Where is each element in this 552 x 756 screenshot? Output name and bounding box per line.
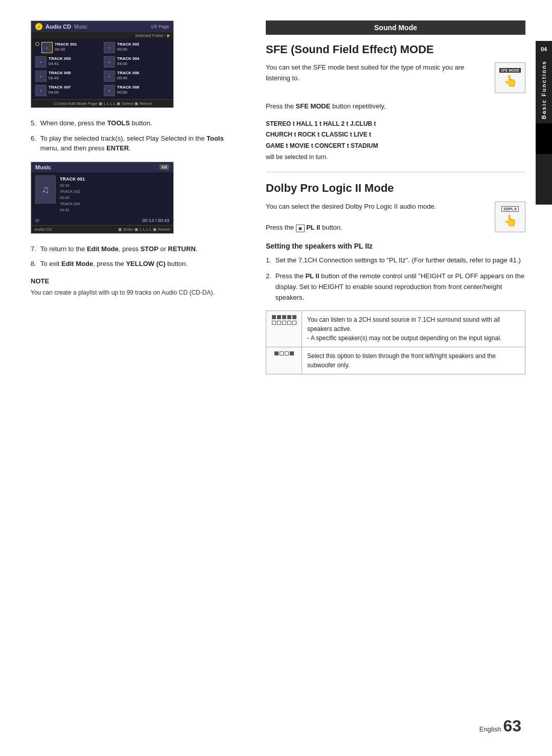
instruction-number: 7.: [31, 244, 36, 254]
sfe-section-body: You can set the SFE mode best suited for…: [266, 62, 525, 93]
track-thumbnail: ▪: [104, 42, 115, 53]
screen2-track-main: TRACK 001: [60, 175, 85, 183]
dolby-press-text: Press the ▣ PL II button.: [266, 223, 488, 234]
screen2-body: ♫ TRACK 001 00:43 TRACK 002 00:00 TRACK …: [31, 172, 173, 216]
table-row: Select this option to listen through the…: [266, 347, 525, 374]
list-item: ▪ TRACK 005 00:43: [34, 70, 102, 83]
track-thumbnail: ▪: [35, 85, 47, 96]
title-area: ♪ Audio CD Music: [35, 23, 87, 30]
track-thumbnail: ▪: [104, 71, 115, 82]
main-content: ♪ Audio CD Music 1/5 Page Selected Folde…: [0, 0, 536, 756]
hand-icon: 👆: [503, 75, 517, 88]
note-section: NOTE You can create a playlist with up t…: [31, 277, 240, 297]
instruction-list-2: 7. To return to the Edit Mode, press STO…: [31, 244, 240, 269]
track-info: TRACK 005 00:43: [49, 71, 71, 81]
screen-header: ♪ Audio CD Music 1/5 Page: [31, 21, 173, 32]
list-item: ▪ TRACK 003 04:41: [34, 55, 102, 69]
speaker-icon-cell: [266, 310, 302, 347]
speaker-box: [277, 315, 281, 319]
track-info: TRACK 004 04:00: [117, 56, 140, 67]
screen2-badge: 1/2: [159, 164, 169, 170]
sfe-mode-button-img: SFE MODE 👆: [495, 62, 525, 93]
speaker-box-outline: [272, 321, 276, 325]
sfe-mode-bold: SFE MODE: [296, 102, 331, 110]
left-column: ♪ Audio CD Music 1/5 Page Selected Folde…: [31, 20, 256, 736]
list-item: 2. Press the PL II button of the remote …: [266, 271, 525, 303]
instruction-text: To exit Edit Mode, press the YELLOW (C) …: [40, 259, 240, 269]
sfe-mode-label: SFE MODE: [499, 68, 521, 73]
sfe-section-title: SFE (Sound Field Effect) MODE: [266, 43, 525, 56]
note-text: You can create a playlist with up to 99 …: [31, 288, 240, 297]
speaker-box-outline: [280, 351, 284, 355]
track-thumbnail: ▪: [41, 42, 53, 53]
instruction-item: 8. To exit Edit Mode, press the YELLOW (…: [31, 259, 240, 269]
time-display: 00:13 / 00:43: [142, 218, 169, 223]
hand-icon-dolby: 👆: [503, 214, 517, 228]
list-item: ▪ TRACK 002 00:00: [103, 41, 170, 54]
instruction-number: 6.: [31, 134, 36, 153]
chapter-number: 04: [541, 46, 547, 52]
all-speakers-icon: [271, 315, 296, 325]
track-info: TRACK 003 04:41: [49, 56, 71, 67]
dolby-button-label: DDPL II: [501, 206, 519, 212]
instruction-item: 7. To return to the Edit Mode, press STO…: [31, 244, 240, 254]
list-item: ▪ TRACK 008 00:00: [103, 84, 170, 97]
list-item: ▪ TRACK 007 04:00: [34, 84, 102, 97]
track-info: TRACK 007 04:00: [49, 85, 71, 96]
track-grid: ▪ TRACK 001 00:43 ▪: [34, 41, 170, 97]
screen2-track-sub: 00:00: [60, 195, 85, 201]
speaker-box-outline: [285, 351, 289, 355]
track-thumbnail: ▪: [35, 71, 47, 82]
page-footer: English 63: [479, 717, 521, 736]
music-screen: Music 1/2 ♫ TRACK 001 00:43 TRACK 002 00…: [31, 162, 174, 234]
list-item: 1. Set the 7.1CH Connection settings to …: [266, 255, 525, 266]
instruction-number: 2.: [266, 271, 271, 303]
dolby-body-text: You can select the desired Dolby Pro Log…: [266, 202, 488, 212]
press-sfe-text: Press the SFE MODE button repetitively,: [266, 101, 525, 112]
table-cell-text: Select this option to listen through the…: [302, 347, 525, 374]
sidebar-tab: 04 Basic Functions: [536, 41, 552, 205]
mode-seq-line2: CHURCH t ROCK t CLASSIC t LIVE t: [266, 129, 525, 141]
audio-cd-screen: ♪ Audio CD Music 1/5 Page Selected Folde…: [31, 20, 174, 108]
instruction-number: 1.: [266, 255, 271, 266]
screen2-track-sub: TRACK 002: [60, 189, 85, 195]
speaker-box: [282, 315, 286, 319]
dolby-instructions: 1. Set the 7.1CH Connection settings to …: [266, 255, 525, 303]
screen2-track-sub: TRACK 003: [60, 201, 85, 207]
track-info: TRACK 006 00:40: [117, 71, 140, 81]
setting-speakers-subheading: Setting the speakers with PL IIz: [266, 242, 525, 250]
speaker-row-top: [272, 315, 296, 319]
instruction-text: To return to the Edit Mode, press STOP o…: [40, 244, 240, 254]
speaker-box: [272, 315, 276, 319]
dolby-section-title: Dolby Pro Logic II Mode: [266, 182, 525, 195]
dolby-mode-label: ▣: [296, 225, 305, 232]
note-title: NOTE: [31, 277, 240, 285]
page-number: 63: [503, 717, 521, 736]
dolby-section-text: You can select the desired Dolby Pro Log…: [266, 202, 488, 234]
screen-footer: ◁ Close Edit Mode Page ▣ L L L L ▣ Selec…: [31, 99, 173, 107]
mode-seq-end: will be selected in turn.: [266, 152, 525, 163]
screen2-header: Music 1/2: [31, 162, 173, 172]
repeat-icon: ⟳: [35, 218, 39, 224]
screen2-track-list: TRACK 001 00:43 TRACK 002 00:00 TRACK 00…: [60, 175, 85, 213]
screen-body: ▪ TRACK 001 00:43 ▪: [31, 39, 173, 99]
screen2-bottom-bar: ⟳ 00:13 / 00:43: [31, 216, 173, 225]
music-note-icon: ♫: [35, 175, 56, 204]
screen-title: Audio CD: [45, 24, 71, 30]
sound-mode-header: Sound Mode: [266, 20, 525, 35]
speaker-box-outline: [282, 321, 286, 325]
right-column: Sound Mode SFE (Sound Field Effect) MODE…: [256, 20, 525, 736]
screen2-footer: Audio CD ▣ Enter ▣ L L L L ▣ Return: [31, 225, 173, 233]
front-speaker-icon-cell: [266, 347, 302, 374]
page-footer-language: English: [479, 725, 501, 733]
instruction-text: To play the selected track(s), select Pl…: [40, 134, 240, 153]
speaker-row-bottom: [272, 321, 296, 325]
pl-ii-bold: PL II: [305, 272, 319, 280]
instruction-number: 8.: [31, 259, 36, 269]
speaker-box: [287, 315, 291, 319]
instruction-text: Press the PL II button of the remote con…: [275, 271, 525, 303]
selected-indicator: [35, 42, 39, 46]
screen2-footer-left: Audio CD: [34, 227, 52, 232]
instruction-text: When done, press the TOOLS button.: [40, 118, 240, 128]
screen-sub: Music: [74, 24, 87, 30]
